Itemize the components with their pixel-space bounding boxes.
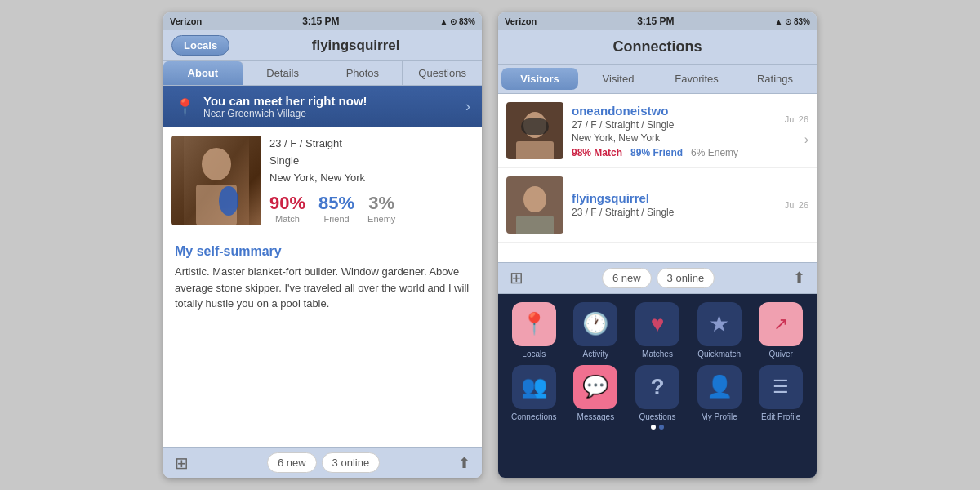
visitor-image-2	[506, 176, 564, 234]
messages-icon-box: 💬	[573, 365, 617, 409]
visitor-demo-1: 27 / F / Straight / Single	[572, 119, 777, 131]
phone-header-left: Locals flyingsquirrel	[163, 30, 482, 60]
profile-info: 23 / F / Straight Single New York, New Y…	[270, 136, 474, 225]
time-right: 3:15 PM	[637, 16, 674, 27]
tab-favorites[interactable]: Favorites	[658, 68, 735, 90]
profile-section: 23 / F / Straight Single New York, New Y…	[163, 127, 482, 234]
icon-quiver[interactable]: ↗ Quiver	[753, 302, 808, 359]
connections-icon-box: 👥	[512, 365, 556, 409]
icon-my-profile[interactable]: 👤 My Profile	[692, 365, 747, 421]
share-icon-left[interactable]: ⬆	[458, 454, 470, 472]
visitor-meta-1: Jul 26 ›	[785, 114, 808, 147]
visitor-photo-1	[506, 102, 564, 159]
enemy-stat: 3% Enemy	[368, 193, 395, 224]
connection-tabs: Visitors Visited Favorites Ratings	[498, 64, 817, 94]
matches-label: Matches	[642, 350, 673, 359]
status-bar-left: Verizon 3:15 PM ▲ ⊙ 83%	[163, 12, 482, 30]
tab-about[interactable]: About	[163, 61, 243, 85]
visitor-demo-2: 23 / F / Straight / Single	[572, 207, 777, 218]
share-icon-right[interactable]: ⬆	[793, 269, 805, 287]
icon-matches[interactable]: ♥ Matches	[630, 302, 685, 359]
icon-messages[interactable]: 💬 Messages	[568, 365, 624, 421]
username-title: flyingsquirrel	[238, 38, 474, 54]
quickmatch-icon-box: ★	[697, 302, 742, 346]
page-dots	[506, 421, 808, 433]
connections-header: Connections	[498, 30, 817, 64]
icon-locals[interactable]: 📍 Locals	[506, 302, 562, 359]
enemy-percent: 3%	[368, 193, 395, 214]
svg-point-1	[202, 148, 231, 180]
tab-visited[interactable]: Visited	[580, 68, 657, 90]
status-icons-left: ▲ ⊙ 83%	[440, 17, 475, 26]
connections-title: Connections	[506, 38, 808, 56]
visitor-image-1	[506, 102, 564, 159]
demo-line1: 23 / F / Straight	[270, 136, 474, 153]
visitor-photo-2	[506, 176, 564, 234]
my-profile-icon-box: 👤	[697, 365, 742, 409]
meet-title: You can meet her right now!	[203, 94, 457, 108]
locals-button[interactable]: Locals	[172, 35, 229, 56]
friend-label: Friend	[318, 214, 354, 224]
tab-questions[interactable]: Questions	[403, 61, 482, 85]
svg-point-9	[523, 186, 546, 212]
profile-demo: 23 / F / Straight Single New York, New Y…	[270, 136, 474, 186]
meet-banner[interactable]: 📍 You can meet her right now! Near Green…	[163, 86, 482, 127]
dot-1	[651, 425, 656, 430]
visitor-item-2[interactable]: flyingsquirrel 23 / F / Straight / Singl…	[498, 168, 817, 243]
svg-rect-10	[516, 216, 554, 234]
banner-chevron-icon: ›	[466, 98, 470, 115]
carrier-right: Verizon	[505, 16, 537, 26]
questions-label: Questions	[639, 412, 675, 421]
icon-quickmatch[interactable]: ★ Quickmatch	[692, 302, 747, 359]
summary-heading: My self-summary	[175, 244, 470, 259]
visitor-friend-1: 89% Friend	[630, 147, 683, 158]
icon-activity[interactable]: 🕐 Activity	[568, 302, 624, 359]
grid-icon-right[interactable]: ⊞	[510, 268, 523, 287]
visitor-item-1[interactable]: oneandoneistwo 27 / F / Straight / Singl…	[498, 94, 817, 168]
right-phone: Verizon 3:15 PM ▲ ⊙ 83% Connections Visi…	[498, 12, 817, 478]
connections-label: Connections	[511, 412, 557, 421]
meet-text: You can meet her right now! Near Greenwi…	[203, 94, 457, 119]
questions-icon-box: ?	[635, 365, 679, 409]
enemy-label: Enemy	[368, 214, 395, 224]
grid-icon-left[interactable]: ⊞	[175, 453, 189, 473]
new-online-pills-right: 6 new 3 online	[532, 268, 785, 288]
visitor-info-2: flyingsquirrel 23 / F / Straight / Singl…	[572, 191, 777, 220]
visitor-date-2: Jul 26	[785, 200, 808, 210]
status-icons-right: ▲ ⊙ 83%	[775, 17, 810, 26]
match-percent: 90%	[270, 193, 305, 214]
tab-bar-left: About Details Photos Questions	[163, 60, 482, 86]
status-bar-right: Verizon 3:15 PM ▲ ⊙ 83%	[498, 12, 817, 30]
bottom-bar-right: ⊞ 6 new 3 online ⬆	[498, 262, 817, 294]
person-image	[184, 136, 249, 225]
svg-rect-6	[516, 141, 554, 159]
icon-connections[interactable]: 👥 Connections	[506, 365, 562, 421]
online-count-left[interactable]: 3 online	[322, 452, 381, 473]
time-left: 3:15 PM	[302, 16, 339, 27]
tab-visitors[interactable]: Visitors	[501, 68, 578, 90]
svg-rect-7	[521, 118, 549, 135]
visitor-stats-1: 98% Match 89% Friend 6% Enemy	[572, 147, 777, 158]
demo-line3: New York, New York	[270, 170, 474, 187]
tab-photos[interactable]: Photos	[323, 61, 403, 85]
icon-questions[interactable]: ? Questions	[630, 365, 685, 421]
tab-details[interactable]: Details	[243, 61, 323, 85]
visitor-meta-2: Jul 26	[785, 200, 808, 210]
match-stat: 90% Match	[270, 193, 305, 224]
icon-edit-profile[interactable]: ☰ Edit Profile	[753, 365, 808, 421]
online-count-right[interactable]: 3 online	[657, 268, 715, 288]
match-label: Match	[270, 214, 305, 224]
phones-container: Verizon 3:15 PM ▲ ⊙ 83% Locals flyingsqu…	[163, 12, 817, 478]
visitor-info-1: oneandoneistwo 27 / F / Straight / Singl…	[572, 104, 777, 158]
summary-text: Artistic. Master blanket-fort builder. W…	[175, 264, 470, 312]
new-count-right[interactable]: 6 new	[602, 268, 652, 288]
tab-ratings[interactable]: Ratings	[737, 68, 813, 90]
visitor-list: oneandoneistwo 27 / F / Straight / Singl…	[498, 94, 817, 262]
matches-icon-box: ♥	[635, 302, 679, 346]
my-profile-label: My Profile	[701, 412, 737, 421]
bottom-bar-left: ⊞ 6 new 3 online ⬆	[163, 447, 482, 478]
pin-icon: 📍	[175, 97, 195, 117]
new-count-left[interactable]: 6 new	[267, 452, 317, 473]
visitor-chevron-1: ›	[804, 132, 808, 147]
carrier-left: Verizon	[170, 16, 202, 26]
